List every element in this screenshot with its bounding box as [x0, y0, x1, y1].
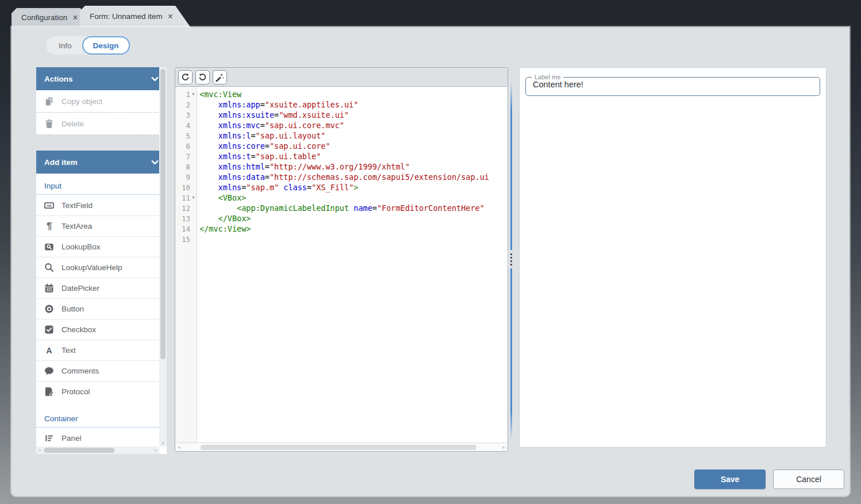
close-icon[interactable]: ×	[72, 13, 78, 22]
gutter-line-number: 15	[175, 234, 197, 244]
sidebar-item-datepicker[interactable]: DatePicker	[36, 278, 167, 298]
code-line[interactable]: xmlns:data="http://schemas.sap.com/sapui…	[199, 172, 508, 182]
gutter-line-number: 13	[175, 213, 197, 224]
sidebar-item-label: Protocol	[62, 387, 90, 396]
sidebar-item-lookupvaluehelp[interactable]: LookupValueHelp	[36, 257, 167, 278]
scroll-right-arrow-icon[interactable]: ▸	[502, 444, 505, 450]
copy-object-button[interactable]: Copy object	[36, 90, 167, 112]
code-line[interactable]: xmlns:core="sap.ui.core"	[199, 141, 508, 151]
delete-button[interactable]: Delete	[36, 113, 167, 134]
labeled-input-field[interactable]: Label me Content here!	[525, 74, 820, 96]
sidebar-item-button[interactable]: Button	[36, 298, 167, 319]
format-code-button[interactable]	[213, 70, 227, 84]
pilcrow-icon: ¶	[44, 221, 54, 231]
gutter-line-number: 11▾	[175, 193, 197, 203]
scroll-left-arrow-icon[interactable]: ◂	[38, 447, 41, 453]
redo-icon	[198, 73, 207, 82]
gutter-line-number: 14	[175, 224, 197, 234]
scrollbar-thumb[interactable]	[201, 445, 476, 450]
sidebar-item-protocol[interactable]: Protocol	[36, 381, 167, 402]
scroll-down-arrow-icon[interactable]: ▾	[159, 440, 167, 446]
editor-toolbar	[175, 68, 508, 87]
calendar-icon	[44, 283, 54, 293]
gutter-line-number: 3	[175, 110, 197, 120]
scroll-right-arrow-icon[interactable]: ▸	[155, 447, 157, 453]
sidebar-vertical-scrollbar[interactable]: ▾	[159, 67, 167, 447]
code-line[interactable]	[199, 234, 508, 244]
undo-button[interactable]	[178, 70, 193, 84]
code-line[interactable]: <app:DynamicLabeledInput name="FormEdito…	[199, 203, 508, 213]
fold-toggle-icon[interactable]: ▾	[190, 89, 197, 99]
gutter-line-number: 7	[175, 151, 197, 161]
sidebar-item-textfield[interactable]: ABTextField	[36, 195, 167, 216]
sidebar-item-comments[interactable]: Comments	[36, 360, 167, 381]
view-switch: Info Design	[46, 36, 130, 55]
code-line[interactable]: xmlns:xsuite="wmd.xsuite.ui"	[199, 110, 508, 120]
sidebar-item-label: Panel	[62, 434, 82, 443]
scrollbar-thumb[interactable]	[160, 69, 166, 359]
field-value[interactable]: Content here!	[533, 80, 820, 89]
undo-icon	[181, 73, 190, 82]
gutter-line-number: 12	[175, 203, 197, 213]
sidebar-item-text[interactable]: AText	[36, 340, 167, 360]
gutter-line-number: 10	[175, 182, 197, 193]
trash-icon	[44, 119, 54, 129]
tab-info[interactable]: Info	[46, 41, 82, 50]
panel-icon	[44, 433, 54, 443]
xml-code-editor: 1▾234567891011▾12131415 <mvc:View xmlns:…	[175, 67, 508, 452]
redo-button[interactable]	[195, 70, 210, 84]
svg-text:A: A	[46, 346, 52, 355]
sidebar: Actions Copy object Delete Add item Inpu…	[36, 67, 167, 454]
sidebar-item-panel[interactable]: Panel	[36, 428, 167, 448]
add-item-section-header[interactable]: Add item	[36, 151, 167, 174]
form-preview-panel: Label me Content here!	[519, 67, 827, 448]
tab-form-unnamed-item[interactable]: Form: Unnamed item ×	[80, 6, 190, 27]
gutter-line-number: 8	[175, 161, 197, 172]
gutter-line-number: 1▾	[175, 89, 197, 99]
radio-button-icon	[44, 304, 54, 314]
chevron-down-icon	[150, 157, 160, 167]
editor-horizontal-scrollbar[interactable]: ◂ ▸	[175, 443, 508, 451]
code-line[interactable]: xmlns:app="xsuite.apptiles.ui"	[199, 99, 508, 110]
sidebar-item-label: Text	[62, 346, 76, 355]
gutter-line-number: 4	[175, 120, 197, 130]
copy-icon	[44, 97, 54, 106]
delete-label: Delete	[62, 120, 84, 128]
scrollbar-thumb[interactable]	[44, 448, 114, 453]
tab-design[interactable]: Design	[82, 36, 130, 55]
code-line[interactable]: xmlns:mvc="sap.ui.core.mvc"	[199, 120, 508, 130]
sidebar-horizontal-scrollbar[interactable]: ◂ ▸	[36, 447, 159, 454]
add-item-palette: InputABTextField¶TextAreaLookupBoxLookup…	[36, 174, 167, 454]
svg-text:AB: AB	[47, 203, 52, 207]
code-line[interactable]: xmlns="sap.m" class="XS_Fill">	[199, 182, 508, 193]
lookup-box-icon	[44, 242, 54, 252]
code-line[interactable]: <mvc:View	[199, 89, 508, 99]
splitter-grip[interactable]	[507, 250, 516, 268]
sidebar-item-label: LookupBox	[62, 243, 101, 251]
code-line[interactable]: </VBox>	[199, 213, 508, 224]
code-line[interactable]: </mvc:View>	[199, 224, 508, 234]
code-line[interactable]: xmlns:l="sap.ui.layout"	[199, 130, 508, 141]
sidebar-section-label: Input	[36, 174, 167, 195]
code-line[interactable]: <VBox>	[199, 193, 508, 203]
actions-section-title: Actions	[44, 75, 73, 83]
copy-object-label: Copy object	[62, 97, 102, 106]
code-line[interactable]: xmlns:t="sap.ui.table"	[199, 151, 508, 161]
add-item-section-title: Add item	[44, 158, 78, 167]
sidebar-item-checkbox[interactable]: Checkbox	[36, 319, 167, 340]
cancel-button[interactable]: Cancel	[773, 470, 844, 489]
fold-toggle-icon[interactable]: ▾	[190, 193, 197, 203]
sidebar-item-label: DatePicker	[62, 284, 99, 293]
code-line[interactable]: xmlns:html="http://www.w3.org/1999/xhtml…	[199, 161, 508, 172]
save-button[interactable]: Save	[694, 470, 766, 489]
form-editor-page: Info Design Actions Copy object Delete A…	[11, 27, 850, 496]
scroll-left-arrow-icon[interactable]: ◂	[178, 444, 180, 450]
sidebar-item-label: Button	[62, 305, 84, 313]
code-text-area[interactable]: <mvc:View xmlns:app="xsuite.apptiles.ui"…	[197, 87, 508, 443]
sidebar-item-textarea[interactable]: ¶TextArea	[36, 216, 167, 236]
chevron-down-icon	[150, 74, 160, 84]
comment-icon	[44, 366, 54, 376]
actions-section-header[interactable]: Actions	[36, 67, 167, 90]
sidebar-item-lookupbox[interactable]: LookupBox	[36, 236, 167, 257]
close-icon[interactable]: ×	[168, 12, 173, 21]
